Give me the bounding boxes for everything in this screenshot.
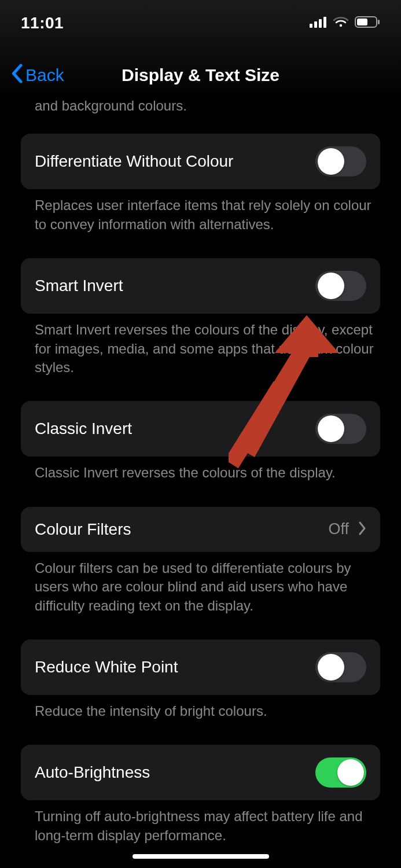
- toggle-knob: [318, 654, 344, 681]
- footer-differentiate-without-colour: Replaces user interface items that rely …: [0, 189, 401, 247]
- back-label: Back: [25, 65, 64, 85]
- row-differentiate-without-colour[interactable]: Differentiate Without Colour: [21, 134, 380, 189]
- row-classic-invert[interactable]: Classic Invert: [21, 401, 380, 457]
- row-label: Colour Filters: [35, 520, 131, 539]
- home-indicator[interactable]: [133, 854, 269, 859]
- row-label: Auto-Brightness: [35, 763, 150, 782]
- wifi-icon: [333, 16, 349, 30]
- row-smart-invert[interactable]: Smart Invert: [21, 258, 380, 314]
- toggle-knob: [318, 415, 344, 442]
- toggle-smart-invert[interactable]: [315, 271, 366, 301]
- toggle-knob: [318, 148, 344, 175]
- row-label: Classic Invert: [35, 420, 132, 438]
- footer-classic-invert: Classic Invert reverses the colours of t…: [0, 457, 401, 495]
- row-label: Smart Invert: [35, 277, 123, 295]
- svg-rect-1: [314, 21, 317, 28]
- row-reduce-white-point[interactable]: Reduce White Point: [21, 639, 380, 695]
- toggle-knob: [337, 759, 364, 786]
- page-title: Display & Text Size: [122, 65, 279, 85]
- battery-icon: [355, 16, 380, 31]
- toggle-reduce-white-point[interactable]: [315, 652, 366, 682]
- svg-point-4: [340, 24, 342, 27]
- screen: 11:01 Back Display & Text Size and backg…: [0, 0, 401, 868]
- toggle-knob: [318, 273, 344, 299]
- chevron-right-icon: [358, 521, 366, 538]
- row-label: Reduce White Point: [35, 658, 178, 676]
- svg-rect-0: [310, 24, 312, 28]
- toggle-differentiate-without-colour[interactable]: [315, 146, 366, 176]
- chevron-left-icon: [10, 64, 23, 87]
- row-value: Off: [328, 520, 349, 538]
- row-auto-brightness[interactable]: Auto-Brightness: [21, 745, 380, 800]
- footer-smart-invert: Smart Invert reverses the colours of the…: [0, 314, 401, 389]
- row-label: Differentiate Without Colour: [35, 152, 233, 171]
- footer-colour-filters: Colour filters can be used to differenti…: [0, 552, 401, 628]
- status-indicators: [310, 16, 380, 31]
- row-colour-filters[interactable]: Colour Filters Off: [21, 507, 380, 552]
- status-time: 11:01: [21, 14, 64, 32]
- cellular-icon: [310, 16, 327, 30]
- svg-rect-2: [319, 19, 322, 28]
- footer-reduce-white-point: Reduce the intensity of bright colours.: [0, 695, 401, 733]
- toggle-classic-invert[interactable]: [315, 414, 366, 444]
- status-bar: 11:01: [0, 0, 401, 46]
- nav-bar: Back Display & Text Size: [0, 55, 401, 95]
- truncated-footer-text: and background colours.: [0, 95, 401, 122]
- footer-auto-brightness: Turning off auto-brightness may affect b…: [0, 800, 401, 858]
- svg-rect-6: [378, 20, 380, 24]
- toggle-auto-brightness[interactable]: [315, 757, 366, 788]
- svg-rect-3: [323, 17, 326, 28]
- svg-rect-7: [357, 19, 367, 25]
- back-button[interactable]: Back: [10, 64, 64, 87]
- content-scroll[interactable]: and background colours. Differentiate Wi…: [0, 95, 401, 868]
